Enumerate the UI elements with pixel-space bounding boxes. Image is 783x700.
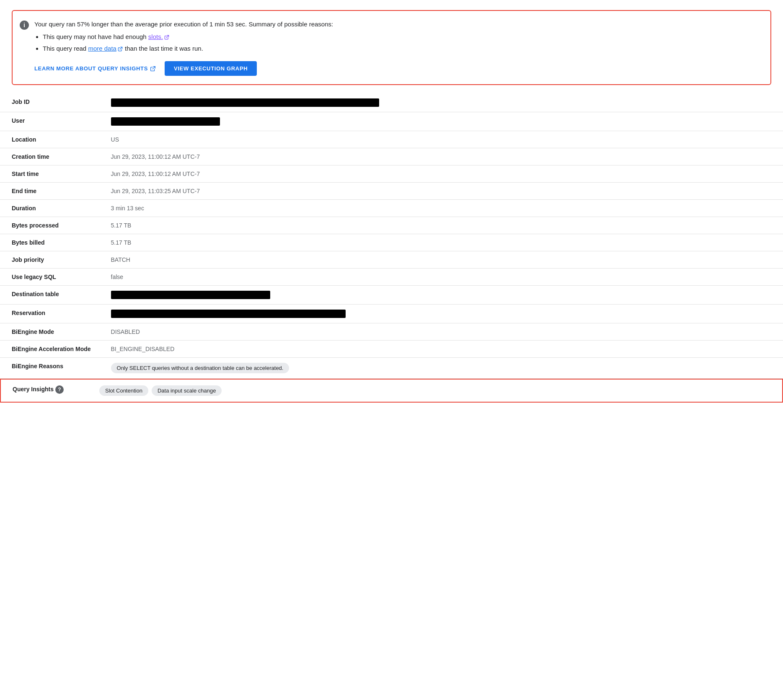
field-value: Jun 29, 2023, 11:00:12 AM UTC-7 [99,165,783,183]
query-insights-chips: Slot ContentionData input scale change [93,379,783,402]
field-value: DISABLED [99,323,783,341]
field-value: BATCH [99,251,783,269]
table-row: Destination table [0,286,783,305]
slots-link[interactable]: slots. [148,33,170,40]
field-value: US [99,131,783,148]
field-value: 5.17 TB [99,234,783,251]
field-label: Bytes processed [0,217,99,234]
table-row: Start timeJun 29, 2023, 11:00:12 AM UTC-… [0,165,783,183]
table-row: Job ID [0,93,783,112]
field-label: Job ID [0,93,99,112]
table-row: Duration3 min 13 sec [0,200,783,217]
field-value [99,93,783,112]
field-label: Duration [0,200,99,217]
field-value [99,286,783,305]
field-value: BI_ENGINE_DISABLED [99,341,783,358]
field-value [99,305,783,323]
field-label: BiEngine Reasons [0,358,99,379]
table-row: End timeJun 29, 2023, 11:03:25 AM UTC-7 [0,183,783,200]
table-row: BiEngine Acceleration ModeBI_ENGINE_DISA… [0,341,783,358]
job-info-table: Job IDUserLocationUSCreation timeJun 29,… [0,93,783,379]
field-label: Bytes billed [0,234,99,251]
query-insights-section: Query Insights ? Slot ContentionData inp… [0,379,783,403]
svg-text:i: i [23,22,25,28]
alert-content: i Your query ran 57% longer than the ave… [19,19,760,55]
field-value: Only SELECT queries without a destinatio… [99,358,783,379]
more-data-link[interactable]: more data [88,45,123,52]
field-label: Reservation [0,305,99,323]
field-label: BiEngine Mode [0,323,99,341]
alert-message: Your query ran 57% longer than the avera… [34,19,333,55]
table-row: Creation timeJun 29, 2023, 11:00:12 AM U… [0,148,783,165]
table-row: LocationUS [0,131,783,148]
query-insights-row: Query Insights ? Slot ContentionData inp… [0,379,783,402]
table-row: User [0,112,783,131]
field-value: false [99,269,783,286]
field-value: 3 min 13 sec [99,200,783,217]
table-row: Bytes billed5.17 TB [0,234,783,251]
alert-main-text: Your query ran 57% longer than the avera… [34,21,333,28]
insight-chip: Data input scale change [152,385,222,396]
table-row: Reservation [0,305,783,323]
view-execution-graph-button[interactable]: VIEW EXECUTION GRAPH [165,61,257,76]
alert-bullet-2: This query read more data than the last … [43,44,333,54]
field-value [99,112,783,131]
alert-banner: i Your query ran 57% longer than the ave… [12,10,771,85]
table-row: BiEngine ModeDISABLED [0,323,783,341]
field-label: End time [0,183,99,200]
learn-more-button[interactable]: LEARN MORE ABOUT QUERY INSIGHTS [34,65,156,72]
field-label: Start time [0,165,99,183]
table-row: BiEngine ReasonsOnly SELECT queries with… [0,358,783,379]
query-insights-label: Query Insights [13,386,54,393]
table-row: Bytes processed5.17 TB [0,217,783,234]
info-icon: i [19,20,29,30]
alert-bullet-1: This query may not have had enough slots… [43,32,333,42]
biengine-reasons-chip: Only SELECT queries without a destinatio… [111,363,289,373]
insight-chip: Slot Contention [99,385,148,396]
field-label: Use legacy SQL [0,269,99,286]
field-label: Job priority [0,251,99,269]
alert-actions: LEARN MORE ABOUT QUERY INSIGHTS VIEW EXE… [19,61,760,76]
field-label: Destination table [0,286,99,305]
help-icon[interactable]: ? [55,385,64,394]
field-label: BiEngine Acceleration Mode [0,341,99,358]
table-row: Use legacy SQLfalse [0,269,783,286]
field-value: Jun 29, 2023, 11:03:25 AM UTC-7 [99,183,783,200]
field-label: User [0,112,99,131]
field-value: Jun 29, 2023, 11:00:12 AM UTC-7 [99,148,783,165]
table-row: Job priorityBATCH [0,251,783,269]
field-label: Location [0,131,99,148]
field-label: Creation time [0,148,99,165]
field-value: 5.17 TB [99,217,783,234]
